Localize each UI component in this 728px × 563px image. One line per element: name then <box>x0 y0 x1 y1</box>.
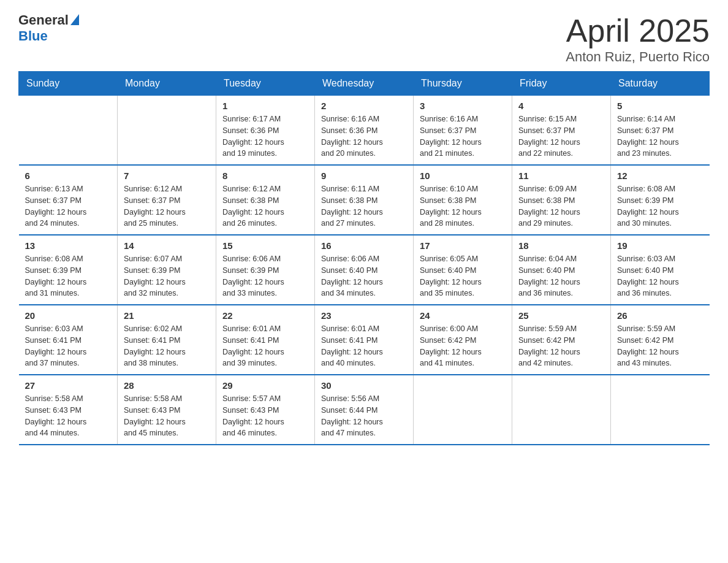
day-info: Sunrise: 6:06 AM Sunset: 6:40 PM Dayligh… <box>321 253 407 299</box>
day-number: 1 <box>222 101 308 111</box>
day-cell <box>611 375 710 445</box>
day-cell: 25Sunrise: 5:59 AM Sunset: 6:42 PM Dayli… <box>512 305 611 375</box>
day-info: Sunrise: 5:58 AM Sunset: 6:43 PM Dayligh… <box>124 393 210 439</box>
day-cell <box>414 375 512 445</box>
day-info: Sunrise: 6:04 AM Sunset: 6:40 PM Dayligh… <box>518 253 604 299</box>
day-number: 25 <box>518 310 604 321</box>
day-number: 24 <box>420 310 506 321</box>
week-row-3: 13Sunrise: 6:08 AM Sunset: 6:39 PM Dayli… <box>19 235 710 305</box>
day-number: 7 <box>124 170 210 181</box>
day-info: Sunrise: 6:03 AM Sunset: 6:40 PM Dayligh… <box>617 253 703 299</box>
day-info: Sunrise: 6:09 AM Sunset: 6:38 PM Dayligh… <box>518 183 604 229</box>
day-number: 12 <box>617 170 703 181</box>
day-cell: 20Sunrise: 6:03 AM Sunset: 6:41 PM Dayli… <box>19 305 118 375</box>
logo-triangle-icon <box>70 14 79 25</box>
header-thursday: Thursday <box>414 72 512 96</box>
day-cell: 1Sunrise: 6:17 AM Sunset: 6:36 PM Daylig… <box>216 96 315 166</box>
logo-blue: Blue <box>18 28 79 44</box>
day-number: 13 <box>25 240 112 251</box>
header-tuesday: Tuesday <box>216 72 315 96</box>
day-info: Sunrise: 6:01 AM Sunset: 6:41 PM Dayligh… <box>222 323 308 369</box>
location-title: Anton Ruiz, Puerto Rico <box>566 49 710 65</box>
day-number: 26 <box>617 310 703 321</box>
header-friday: Friday <box>512 72 611 96</box>
day-cell: 11Sunrise: 6:09 AM Sunset: 6:38 PM Dayli… <box>512 165 611 235</box>
day-cell <box>512 375 611 445</box>
day-cell: 9Sunrise: 6:11 AM Sunset: 6:38 PM Daylig… <box>315 165 414 235</box>
day-number: 18 <box>518 240 604 251</box>
week-row-4: 20Sunrise: 6:03 AM Sunset: 6:41 PM Dayli… <box>19 305 710 375</box>
day-info: Sunrise: 5:56 AM Sunset: 6:44 PM Dayligh… <box>321 393 407 439</box>
day-info: Sunrise: 6:06 AM Sunset: 6:39 PM Dayligh… <box>222 253 308 299</box>
day-number: 20 <box>25 310 112 321</box>
day-info: Sunrise: 5:59 AM Sunset: 6:42 PM Dayligh… <box>518 323 604 369</box>
day-cell: 26Sunrise: 5:59 AM Sunset: 6:42 PM Dayli… <box>611 305 710 375</box>
day-info: Sunrise: 6:15 AM Sunset: 6:37 PM Dayligh… <box>518 113 604 159</box>
day-cell: 30Sunrise: 5:56 AM Sunset: 6:44 PM Dayli… <box>315 375 414 445</box>
day-info: Sunrise: 5:59 AM Sunset: 6:42 PM Dayligh… <box>617 323 703 369</box>
day-info: Sunrise: 6:08 AM Sunset: 6:39 PM Dayligh… <box>617 183 703 229</box>
day-cell: 15Sunrise: 6:06 AM Sunset: 6:39 PM Dayli… <box>216 235 315 305</box>
day-info: Sunrise: 6:16 AM Sunset: 6:36 PM Dayligh… <box>321 113 407 159</box>
day-info: Sunrise: 6:12 AM Sunset: 6:38 PM Dayligh… <box>222 183 308 229</box>
day-info: Sunrise: 6:01 AM Sunset: 6:41 PM Dayligh… <box>321 323 407 369</box>
day-cell: 24Sunrise: 6:00 AM Sunset: 6:42 PM Dayli… <box>414 305 512 375</box>
day-cell: 6Sunrise: 6:13 AM Sunset: 6:37 PM Daylig… <box>19 165 118 235</box>
day-number: 11 <box>518 170 604 181</box>
day-cell: 28Sunrise: 5:58 AM Sunset: 6:43 PM Dayli… <box>118 375 216 445</box>
day-number: 16 <box>321 240 407 251</box>
title-section: April 2025 Anton Ruiz, Puerto Rico <box>566 12 710 65</box>
day-info: Sunrise: 6:11 AM Sunset: 6:38 PM Dayligh… <box>321 183 407 229</box>
day-info: Sunrise: 6:17 AM Sunset: 6:36 PM Dayligh… <box>222 113 308 159</box>
day-info: Sunrise: 6:16 AM Sunset: 6:37 PM Dayligh… <box>420 113 506 159</box>
day-info: Sunrise: 5:58 AM Sunset: 6:43 PM Dayligh… <box>25 393 112 439</box>
day-cell: 8Sunrise: 6:12 AM Sunset: 6:38 PM Daylig… <box>216 165 315 235</box>
day-cell: 12Sunrise: 6:08 AM Sunset: 6:39 PM Dayli… <box>611 165 710 235</box>
day-info: Sunrise: 6:10 AM Sunset: 6:38 PM Dayligh… <box>420 183 506 229</box>
day-cell: 23Sunrise: 6:01 AM Sunset: 6:41 PM Dayli… <box>315 305 414 375</box>
day-info: Sunrise: 5:57 AM Sunset: 6:43 PM Dayligh… <box>222 393 308 439</box>
day-cell: 17Sunrise: 6:05 AM Sunset: 6:40 PM Dayli… <box>414 235 512 305</box>
month-title: April 2025 <box>566 12 710 49</box>
day-info: Sunrise: 6:07 AM Sunset: 6:39 PM Dayligh… <box>124 253 210 299</box>
day-cell: 18Sunrise: 6:04 AM Sunset: 6:40 PM Dayli… <box>512 235 611 305</box>
header-row: SundayMondayTuesdayWednesdayThursdayFrid… <box>19 72 710 96</box>
day-number: 10 <box>420 170 506 181</box>
day-info: Sunrise: 6:03 AM Sunset: 6:41 PM Dayligh… <box>25 323 112 369</box>
day-number: 21 <box>124 310 210 321</box>
day-info: Sunrise: 6:08 AM Sunset: 6:39 PM Dayligh… <box>25 253 112 299</box>
week-row-5: 27Sunrise: 5:58 AM Sunset: 6:43 PM Dayli… <box>19 375 710 445</box>
day-number: 3 <box>420 101 506 111</box>
day-cell <box>118 96 216 166</box>
day-number: 29 <box>222 380 308 391</box>
day-number: 17 <box>420 240 506 251</box>
day-number: 22 <box>222 310 308 321</box>
day-cell: 3Sunrise: 6:16 AM Sunset: 6:37 PM Daylig… <box>414 96 512 166</box>
day-cell: 10Sunrise: 6:10 AM Sunset: 6:38 PM Dayli… <box>414 165 512 235</box>
day-number: 28 <box>124 380 210 391</box>
day-number: 14 <box>124 240 210 251</box>
header-wednesday: Wednesday <box>315 72 414 96</box>
header-saturday: Saturday <box>611 72 710 96</box>
day-number: 6 <box>25 170 112 181</box>
day-number: 23 <box>321 310 407 321</box>
day-cell <box>19 96 118 166</box>
day-cell: 16Sunrise: 6:06 AM Sunset: 6:40 PM Dayli… <box>315 235 414 305</box>
header-sunday: Sunday <box>19 72 118 96</box>
day-number: 27 <box>25 380 112 391</box>
day-number: 9 <box>321 170 407 181</box>
day-cell: 4Sunrise: 6:15 AM Sunset: 6:37 PM Daylig… <box>512 96 611 166</box>
day-cell: 13Sunrise: 6:08 AM Sunset: 6:39 PM Dayli… <box>19 235 118 305</box>
day-info: Sunrise: 6:02 AM Sunset: 6:41 PM Dayligh… <box>124 323 210 369</box>
day-info: Sunrise: 6:00 AM Sunset: 6:42 PM Dayligh… <box>420 323 506 369</box>
week-row-2: 6Sunrise: 6:13 AM Sunset: 6:37 PM Daylig… <box>19 165 710 235</box>
calendar-table: SundayMondayTuesdayWednesdayThursdayFrid… <box>18 71 710 445</box>
day-number: 19 <box>617 240 703 251</box>
logo-general: General <box>18 12 69 28</box>
day-number: 30 <box>321 380 407 391</box>
week-row-1: 1Sunrise: 6:17 AM Sunset: 6:36 PM Daylig… <box>19 96 710 166</box>
logo: General Blue <box>18 12 79 44</box>
day-cell: 22Sunrise: 6:01 AM Sunset: 6:41 PM Dayli… <box>216 305 315 375</box>
day-info: Sunrise: 6:12 AM Sunset: 6:37 PM Dayligh… <box>124 183 210 229</box>
day-cell: 5Sunrise: 6:14 AM Sunset: 6:37 PM Daylig… <box>611 96 710 166</box>
